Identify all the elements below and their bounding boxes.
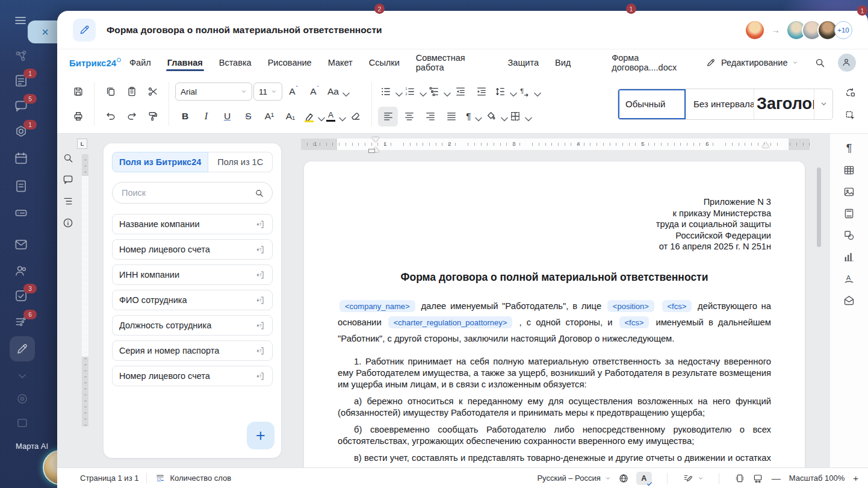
right-indent-marker[interactable] [762,142,769,148]
user-avatar[interactable] [838,54,856,72]
image-settings-icon[interactable] [843,186,855,198]
format-painter-button[interactable] [143,107,163,127]
sidebar-item-sign[interactable]: 1 [13,124,31,142]
sidebar-item-network[interactable] [13,48,31,66]
chevron-down-icon[interactable] [15,369,29,383]
document-page[interactable]: Приложение N 3к приказу Министерстватруд… [304,161,805,468]
undo-button[interactable] [101,107,120,127]
align-center-button[interactable] [399,107,419,127]
field-item[interactable]: Номер лицевого счетаT [112,366,273,386]
sidebar-item-feed[interactable]: 1 [13,73,31,91]
align-left-button[interactable] [378,107,398,127]
font-color-button[interactable]: A [324,107,344,127]
menubar-item[interactable]: Совместная работа [416,47,492,78]
print-button[interactable] [68,107,88,127]
show-marks-button[interactable]: ¶ [462,107,482,127]
merge-field-tag[interactable]: <charter_regulation_poattorney> [388,316,513,328]
decrease-indent-button[interactable] [450,82,470,102]
field-item[interactable]: Название компанииT [112,214,273,234]
paragraph-settings-icon[interactable]: ¶ [843,142,855,155]
chart-icon[interactable] [843,251,855,263]
sidebar-item-chat[interactable]: 5 [13,98,31,116]
fit-page-icon[interactable] [734,473,745,484]
merge-field-tag[interactable]: <position> [607,300,654,312]
menubar-item[interactable]: Защита [508,52,539,74]
header-footer-icon[interactable] [843,207,855,220]
indent-marker[interactable] [372,137,379,142]
bullet-list-button[interactable] [378,82,401,102]
cut-button[interactable] [143,82,163,102]
field-item[interactable]: ФИО сотрудникаT [112,290,273,310]
fit-width-icon[interactable] [752,473,763,484]
redo-button[interactable] [122,107,141,127]
tab-fields-bitrix24[interactable]: Поля из Битрикс24 [112,152,208,172]
replace-button[interactable] [843,85,858,101]
search-icon[interactable] [62,152,74,164]
vertical-scrollbar[interactable] [817,167,821,247]
copy-button[interactable] [101,82,120,102]
styles-gallery-expand[interactable] [814,89,832,119]
track-changes-button[interactable] [683,473,704,484]
justify-button[interactable] [441,107,461,127]
merge-field-tag[interactable]: <fcs> [662,300,692,312]
menubar-item[interactable]: Вставка [219,52,252,74]
bold-button[interactable]: B [175,107,195,127]
shapes-icon[interactable] [843,229,855,242]
style-option[interactable]: Заголовок [754,89,814,119]
style-option[interactable]: Обычный [618,89,686,119]
menubar-item[interactable]: Файл [129,52,151,74]
menubar-item[interactable]: Вид [555,52,571,74]
increase-indent-button[interactable] [471,82,491,102]
sidebar-item-crm[interactable]: 6 [13,314,31,332]
spellcheck-button[interactable]: A [636,472,652,485]
font-name-select[interactable]: Arial [175,83,252,101]
save-button[interactable] [68,82,88,102]
fields-search-input[interactable] [120,187,254,198]
comments-icon[interactable] [62,174,74,186]
sidebar-item-mail[interactable] [13,237,31,255]
numbered-list-button[interactable]: 12 [402,82,425,102]
menubar-item[interactable]: Макет [328,52,353,74]
sidebar-item-editor-active[interactable] [10,336,35,361]
field-item[interactable]: Номер лицевого счетаT [112,239,273,260]
paragraph-direction-button[interactable]: ¶ [516,82,539,102]
word-count[interactable]: 12 Количество слов [155,473,231,484]
superscript-button[interactable]: A¹ [259,107,279,127]
avatar-owner[interactable] [745,20,765,40]
sidebar-item-calendar[interactable] [13,151,31,169]
strikethrough-button[interactable]: S [238,107,258,127]
shrink-font-button[interactable]: Aˇ [305,82,324,102]
add-field-button[interactable]: + [247,422,274,449]
shading-button[interactable] [483,107,506,127]
sidebar-item-tasks[interactable]: 3 [13,288,31,306]
page-indicator[interactable]: Страница 1 из 1 [80,474,138,483]
tab-stop-selector[interactable]: L [77,139,87,149]
merge-field-tag[interactable]: <company_name> [339,300,415,312]
editing-mode-selector[interactable]: Редактирование [705,57,798,68]
italic-button[interactable]: I [196,107,216,127]
zoom-in-button[interactable]: + [852,473,860,483]
hamburger-menu-icon[interactable] [13,13,28,28]
sidebar-item-documents[interactable] [13,178,31,196]
multilevel-list-button[interactable] [426,82,449,102]
sidebar-item-drive[interactable] [13,205,31,223]
mail-merge-icon[interactable] [843,294,855,307]
search-icon[interactable] [814,57,826,69]
font-size-select[interactable]: 11 [253,83,282,101]
table-settings-icon[interactable] [843,164,855,177]
navigation-icon[interactable] [62,195,74,207]
menubar-item[interactable]: Главная [167,52,203,74]
underline-button[interactable]: U [217,107,237,127]
borders-button[interactable] [507,107,530,127]
language-selector[interactable]: Русский – Россия [537,474,610,483]
line-spacing-button[interactable] [492,82,515,102]
collaborators-more-badge[interactable]: +10 [834,21,852,39]
select-tool-button[interactable] [843,108,858,124]
paste-button[interactable] [122,82,141,102]
info-icon[interactable] [62,217,74,229]
change-case-button[interactable]: Aa [326,82,348,102]
menubar-item[interactable]: Рисование [268,52,312,74]
set-language-icon[interactable] [618,473,629,484]
field-item[interactable]: ИНН компанииT [112,264,273,285]
vertical-ruler[interactable] [82,154,88,427]
